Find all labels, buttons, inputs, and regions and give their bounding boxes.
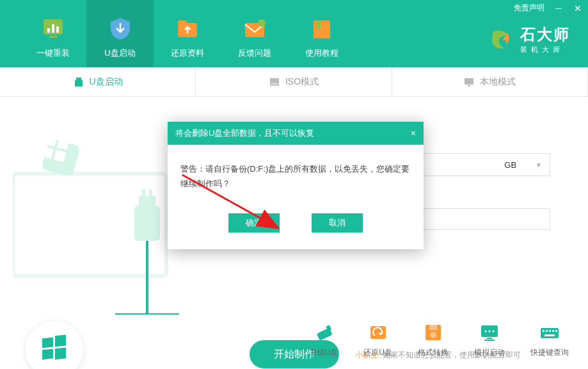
windows-logo-badge	[26, 321, 83, 369]
svg-rect-11	[76, 78, 81, 80]
logo-text: 石大师 装机大师	[520, 24, 570, 54]
dialog-close-button[interactable]: ×	[411, 128, 416, 138]
svg-rect-23	[134, 206, 160, 241]
nav-feedback[interactable]: 反馈问题	[221, 0, 288, 67]
keyboard-icon	[539, 322, 560, 343]
svg-rect-31	[42, 349, 53, 360]
svg-rect-49	[552, 330, 554, 332]
nav-label: 一键重装	[36, 47, 70, 59]
logo-title: 石大师	[520, 24, 570, 45]
svg-rect-3	[56, 26, 59, 33]
svg-rect-32	[55, 347, 66, 359]
chevron-down-icon: ▼	[536, 161, 542, 168]
svg-text:ISO: ISO	[271, 82, 278, 86]
confirm-button[interactable]: 确定	[228, 213, 280, 233]
usb-icon	[73, 76, 84, 88]
nav-items: 一键重装 U盘启动 还原资料 反馈问题 使用教程	[0, 0, 355, 67]
dialog-body: 警告：请自行备份(D:F:)盘上的所有数据，以免丢失，您确定要继续制作吗？	[168, 145, 424, 204]
iso-icon: ISO	[269, 76, 280, 88]
shield-icon	[107, 15, 134, 42]
svg-point-40	[485, 331, 487, 332]
tool-restore-usb[interactable]: 还原U盘	[363, 322, 392, 358]
nav-label: 还原资料	[171, 47, 204, 59]
svg-rect-6	[178, 20, 187, 26]
logo: 石大师 装机大师	[487, 24, 570, 54]
restore-icon	[367, 322, 389, 343]
svg-rect-4	[49, 36, 57, 38]
dialog-title: 将会删除U盘全部数据，且不可以恢复	[175, 127, 314, 139]
svg-rect-9	[314, 20, 330, 38]
nav-restore[interactable]: 还原资料	[154, 0, 221, 67]
tool-label: 格式转换	[418, 347, 449, 358]
monitor-icon	[463, 76, 475, 88]
tool-label: 模拟启动	[474, 347, 505, 358]
svg-rect-15	[465, 78, 473, 85]
svg-rect-30	[55, 334, 66, 347]
usb-upgrade-icon	[313, 322, 335, 343]
tab-local-mode[interactable]: 本地模式	[392, 67, 588, 96]
tab-label: 本地模式	[480, 76, 516, 88]
tool-simulate[interactable]: 模拟启动	[474, 322, 505, 358]
svg-rect-16	[468, 85, 470, 86]
svg-rect-44	[484, 340, 495, 341]
svg-rect-37	[429, 325, 437, 330]
svg-rect-48	[549, 330, 551, 332]
disk-icon	[422, 322, 444, 343]
mode-tabs: U盘启动 ISO ISO模式 本地模式	[0, 67, 588, 97]
cancel-button[interactable]: 取消	[312, 213, 363, 233]
nav-tutorial[interactable]: 使用教程	[288, 0, 355, 67]
disclaimer-link[interactable]: 免责声明	[514, 3, 544, 13]
tool-label: 快捷键查询	[530, 347, 569, 358]
logo-icon	[487, 26, 514, 53]
tab-usb-boot[interactable]: U盘启动	[0, 67, 196, 96]
tab-label: U盘启动	[90, 76, 123, 88]
logo-subtitle: 装机大师	[520, 45, 570, 54]
svg-point-42	[493, 331, 495, 332]
nav-label: 反馈问题	[238, 47, 271, 59]
svg-point-41	[489, 331, 491, 332]
monitor-dots-icon	[479, 322, 500, 343]
svg-rect-26	[149, 190, 152, 197]
svg-rect-45	[541, 328, 559, 338]
envelope-icon	[241, 15, 268, 42]
dialog-header: 将会删除U盘全部数据，且不可以恢复 ×	[168, 122, 424, 145]
svg-rect-43	[487, 338, 492, 339]
tool-label: 还原U盘	[363, 347, 392, 358]
nav-label: 使用教程	[305, 47, 338, 59]
svg-rect-50	[555, 330, 557, 332]
nav-label: U盘启动	[104, 47, 135, 59]
tab-iso-mode[interactable]: ISO ISO模式	[196, 67, 392, 96]
svg-point-38	[430, 332, 436, 338]
svg-rect-2	[52, 24, 54, 33]
dialog-footer: 确定 取消	[168, 204, 424, 249]
book-icon	[308, 15, 335, 42]
select-value: GB	[504, 160, 516, 170]
svg-rect-12	[75, 80, 83, 86]
close-button[interactable]: ✕	[573, 3, 583, 13]
app-header: 一键重装 U盘启动 还原资料 反馈问题 使用教程 免	[0, 0, 588, 67]
nav-reinstall[interactable]: 一键重装	[19, 0, 86, 67]
svg-rect-25	[142, 190, 145, 197]
svg-point-8	[258, 19, 266, 27]
svg-rect-47	[546, 330, 548, 332]
window-controls: 免责声明 ─ ✕	[514, 3, 583, 13]
bottom-tools: 升级U盘 还原U盘 格式转换 模拟启动 快捷键查询	[310, 322, 569, 358]
svg-rect-1	[47, 28, 50, 33]
background-illustration	[13, 122, 192, 315]
svg-rect-24	[139, 196, 155, 208]
confirm-dialog: 将会删除U盘全部数据，且不可以恢复 × 警告：请自行备份(D:F:)盘上的所有数…	[168, 122, 424, 249]
svg-rect-10	[317, 20, 321, 29]
tool-label: 升级U盘	[310, 347, 338, 358]
nav-usb[interactable]: U盘启动	[86, 0, 154, 67]
minimize-button[interactable]: ─	[553, 3, 564, 13]
chart-icon	[40, 15, 67, 42]
tab-label: ISO模式	[285, 76, 319, 88]
svg-rect-29	[42, 338, 53, 348]
tool-hotkey[interactable]: 快捷键查询	[530, 322, 569, 358]
folder-up-icon	[174, 15, 201, 42]
svg-rect-46	[543, 330, 544, 332]
svg-rect-51	[544, 334, 555, 336]
tool-format-convert[interactable]: 格式转换	[418, 322, 449, 358]
tool-upgrade-usb[interactable]: 升级U盘	[310, 322, 338, 358]
